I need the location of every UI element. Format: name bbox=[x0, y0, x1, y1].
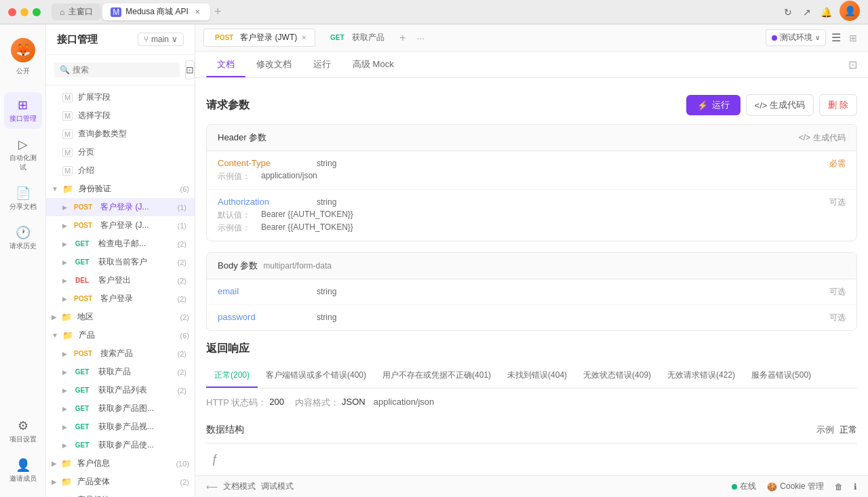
icon-nav: 🦊 公开 ⊞ 接口管理 ▷ 自动化测试 📄 分享文档 🕐 请求历史 ⚙ 项目设置… bbox=[0, 24, 46, 497]
doc-icon4: M bbox=[62, 148, 73, 157]
method-badge-post3: POST bbox=[71, 294, 95, 303]
tree-item-prod-get4[interactable]: ▶ GET 获取参产品视... bbox=[46, 418, 195, 436]
main-tab-post-login[interactable]: POST 客户登录 (JWT) ✕ bbox=[203, 28, 315, 47]
tree-item-querytype[interactable]: M 查询参数类型 bbox=[46, 125, 195, 143]
nav-item-history[interactable]: 🕐 请求历史 bbox=[4, 220, 42, 256]
env-status-dot bbox=[772, 35, 777, 41]
folder-variant[interactable]: ▶ 📁 产品变体 (2) bbox=[46, 473, 195, 491]
tab-close-button[interactable]: ✕ bbox=[193, 7, 202, 17]
tree-item-prod-get1[interactable]: ▶ GET 获取产品 (2) bbox=[46, 363, 195, 381]
footer-left: ⟵ 文档模式 调试模式 bbox=[206, 481, 294, 492]
gen-code-button[interactable]: </> 生成代码 bbox=[746, 94, 814, 116]
doc-icon: M bbox=[62, 93, 73, 102]
method-badge-get3: GET bbox=[71, 367, 93, 376]
response-tabs: 正常(200) 客户端错误或多个错误(400) 用户不存在或凭据不正确(401)… bbox=[206, 364, 857, 389]
new-tab-button[interactable]: + bbox=[212, 5, 224, 19]
tab-home[interactable]: ⌂ 主窗口 bbox=[52, 3, 101, 20]
app-logo: 🦊 bbox=[11, 38, 35, 62]
code-icon2: </> bbox=[799, 133, 810, 142]
tree-item-intro[interactable]: M 介绍 bbox=[46, 161, 195, 180]
env-selector[interactable]: 测试环境 ∨ bbox=[766, 29, 826, 46]
branch-icon: ⑂ bbox=[144, 35, 149, 44]
debug-mode-button[interactable]: 调试模式 bbox=[261, 481, 294, 492]
search-wrap[interactable]: 🔍 bbox=[54, 62, 180, 77]
tree-item-prod-get2[interactable]: ▶ GET 获取产品列表 (2) bbox=[46, 381, 195, 399]
folder-auth[interactable]: ▼ 📁 身份验证 (6) bbox=[46, 180, 195, 198]
header-gen-code[interactable]: </> 生成代码 bbox=[799, 132, 846, 144]
method-badge-get5: GET bbox=[71, 404, 93, 413]
nav-item-invite[interactable]: 👤 邀请成员 bbox=[4, 452, 42, 489]
content-tab-edit[interactable]: 修改文档 bbox=[245, 52, 302, 77]
delete-button[interactable]: 删 除 bbox=[819, 94, 857, 116]
nav-item-settings[interactable]: ⚙ 项目设置 bbox=[4, 413, 42, 450]
more-tabs-button[interactable]: ··· bbox=[413, 31, 429, 45]
folder-customer[interactable]: ▶ 📁 客户信息 (10) bbox=[46, 454, 195, 473]
response-tab-200[interactable]: 正常(200) bbox=[206, 364, 258, 388]
share-icon[interactable]: ↗ bbox=[802, 7, 812, 18]
info-footer-icon[interactable]: ℹ bbox=[854, 482, 857, 492]
response-tab-422[interactable]: 无效请求错误(422) bbox=[659, 364, 743, 388]
nav-item-share[interactable]: 📄 分享文档 bbox=[4, 180, 42, 217]
search-input[interactable] bbox=[73, 65, 174, 75]
content-tab-mock[interactable]: 高级 Mock bbox=[342, 52, 405, 77]
content-tab-run[interactable]: 运行 bbox=[302, 52, 342, 77]
method-badge-get7: GET bbox=[71, 441, 93, 450]
collapse-icon[interactable]: ⟵ bbox=[206, 482, 218, 492]
cookie-manager[interactable]: 🍪 Cookie 管理 bbox=[767, 481, 824, 492]
minimize-button[interactable] bbox=[20, 8, 28, 16]
tree-item-prod-post[interactable]: ▶ POST 搜索产品 (2) bbox=[46, 344, 195, 363]
layout-icon[interactable]: ⊞ bbox=[846, 30, 860, 46]
medusa-icon: M bbox=[111, 7, 121, 17]
tree-item-auth-post2[interactable]: ▶ POST 客户登录 (J... (1) bbox=[46, 216, 195, 235]
close-button[interactable] bbox=[8, 8, 16, 16]
notification-icon[interactable]: 🔔 bbox=[821, 7, 831, 18]
tree-item-pagination[interactable]: M 分页 bbox=[46, 143, 195, 161]
tree-item-prod-get3[interactable]: ▶ GET 获取参产品图... bbox=[46, 399, 195, 418]
tree-item-select[interactable]: M 选择字段 bbox=[46, 106, 195, 125]
add-tab-button[interactable]: + bbox=[395, 31, 410, 45]
branch-selector[interactable]: ⑂ main ∨ bbox=[138, 33, 184, 46]
tab-medusa[interactable]: M Medusa 商城 API ✕ bbox=[102, 3, 210, 20]
response-tab-400[interactable]: 客户端错误或多个错误(400) bbox=[258, 364, 374, 388]
nav-item-api[interactable]: ⊞ 接口管理 bbox=[4, 92, 42, 129]
folder-region[interactable]: ▶ 📁 地区 (2) bbox=[46, 308, 195, 326]
tree-item-auth-get2[interactable]: ▶ GET 获取当前客户 (2) bbox=[46, 253, 195, 271]
tree-item-auth-del[interactable]: ▶ DEL 客户登出 (2) bbox=[46, 271, 195, 290]
tab-method-post: POST bbox=[212, 33, 236, 42]
refresh-icon[interactable]: ↻ bbox=[783, 7, 793, 18]
menu-icon[interactable]: ☰ bbox=[829, 28, 844, 47]
sidebar-search-bar: 🔍 ⊡ + bbox=[46, 55, 195, 85]
tree-item-auth-get1[interactable]: ▶ GET 检查电子邮... (2) bbox=[46, 235, 195, 253]
online-dot bbox=[732, 484, 737, 490]
folder-tag[interactable]: ▶ 📁 产品标签 (1) bbox=[46, 491, 195, 497]
doc-icon5: M bbox=[62, 166, 73, 176]
content-tab-docs[interactable]: 文档 bbox=[206, 52, 245, 77]
filter-button[interactable]: ⊡ bbox=[185, 60, 195, 79]
doc-icon2: M bbox=[62, 111, 73, 121]
maximize-button[interactable] bbox=[33, 8, 41, 16]
user-avatar[interactable]: 👤 bbox=[840, 1, 860, 21]
request-params-header: 请求参数 ⚡ 运行 </> 生成代码 删 除 bbox=[206, 94, 857, 116]
expand-icon[interactable]: ⊡ bbox=[848, 58, 857, 71]
response-tab-409[interactable]: 无效状态错误(409) bbox=[575, 364, 659, 388]
response-tab-500[interactable]: 服务器错误(500) bbox=[743, 364, 819, 388]
main-tab-get-products[interactable]: GET 获取产品 bbox=[318, 29, 393, 46]
chevron-right-icon6: ▶ bbox=[62, 296, 67, 302]
run-button[interactable]: ⚡ 运行 bbox=[686, 95, 741, 115]
chevron-right-icon: ▶ bbox=[62, 204, 67, 211]
tree-item-auth-post1[interactable]: ▶ POST 客户登录 (J... (1) bbox=[46, 198, 195, 216]
nav-item-auto[interactable]: ▷ 自动化测试 bbox=[4, 132, 42, 178]
doc-mode-button[interactable]: 文档模式 bbox=[223, 481, 256, 492]
tree-item-extend[interactable]: M 扩展字段 bbox=[46, 88, 195, 106]
invite-icon: 👤 bbox=[16, 458, 31, 473]
chevron-right-icon14: ▶ bbox=[52, 460, 57, 467]
response-tab-404[interactable]: 未找到错误(404) bbox=[499, 364, 575, 388]
tree-item-auth-post3[interactable]: ▶ POST 客户登录 (2) bbox=[46, 290, 195, 308]
folder-product[interactable]: ▼ 📁 产品 (6) bbox=[46, 326, 195, 344]
chevron-right-icon7: ▶ bbox=[52, 313, 57, 321]
delete-footer-icon[interactable]: 🗑 bbox=[835, 482, 843, 492]
nav-item-public[interactable]: 🦊 公开 bbox=[4, 33, 42, 81]
tab-main-close[interactable]: ✕ bbox=[301, 34, 307, 41]
response-tab-401[interactable]: 用户不存在或凭据不正确(401) bbox=[374, 364, 499, 388]
tree-item-prod-get5[interactable]: ▶ GET 获取参产品使... bbox=[46, 436, 195, 454]
